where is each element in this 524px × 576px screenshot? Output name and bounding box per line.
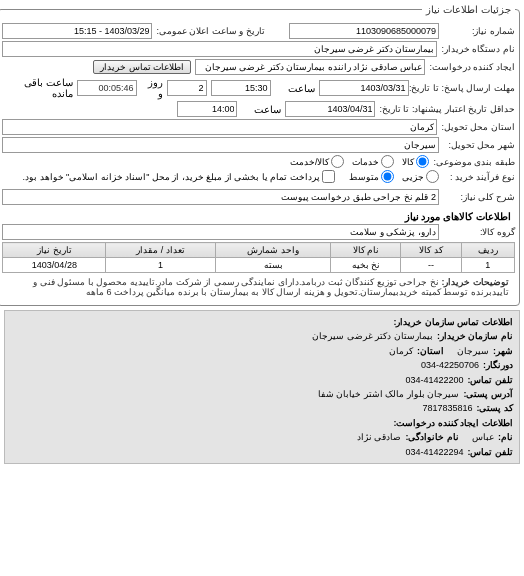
buyer-note-block: توضیحات خریدار: نخ جراحی توزیع کنندگان ث… [8, 277, 509, 297]
time-label-2: ساعت [241, 104, 281, 115]
day-label: روز و [141, 77, 163, 99]
contact-addr-label: آدرس پستی: [464, 387, 514, 401]
desc-input[interactable] [2, 189, 439, 205]
process-radio-group: جزیی متوسط [349, 170, 439, 183]
contact-name: عباس [472, 430, 494, 444]
contact-fax-label: دورنگار: [483, 358, 513, 372]
need-details-fieldset: جزئیات اطلاعات نیاز شماره نیاز: تاریخ و … [0, 4, 520, 306]
process-low-option[interactable]: جزیی [402, 170, 439, 183]
td-qty: 1 [106, 258, 216, 273]
goods-info-title: اطلاعات کالاهای مورد نیاز [6, 211, 511, 222]
goods-table: ردیف کد کالا نام کالا واحد شمارش تعداد /… [2, 242, 515, 273]
td-row: 1 [461, 258, 514, 273]
buyer-org-input[interactable] [2, 41, 437, 57]
city-input[interactable] [2, 137, 439, 153]
buyer-note-label: توضیحات خریدار: [442, 277, 510, 287]
contact-org-label: نام سازمان خریدار: [437, 329, 513, 343]
fieldset-legend: جزئیات اطلاعات نیاز [422, 4, 515, 15]
treasury-checkbox[interactable] [322, 170, 335, 183]
req-no-input[interactable] [289, 23, 439, 39]
contact-city: سیرجان [457, 344, 489, 358]
td-unit: بسته [215, 258, 331, 273]
creator-title: اطلاعات ایجاد کننده درخواست: [394, 416, 514, 430]
treasury-check-option[interactable]: پرداخت تمام یا بخشی از مبلغ خرید، از محل… [23, 170, 335, 183]
buyer-note-text: نخ جراحی توزیع کنندگان ثبت دربامد.دارای … [33, 277, 509, 297]
deadline-send-date-input[interactable] [319, 80, 409, 96]
contact-postal-label: کد پستی: [477, 401, 514, 415]
td-reqdate: 1403/04/28 [3, 258, 106, 273]
budget-both-option[interactable]: کالا/خدمت [290, 155, 345, 168]
creator-input[interactable] [195, 59, 425, 75]
budget-radio-group: کالا خدمات کالا/خدمت [290, 155, 430, 168]
td-code: -- [401, 258, 461, 273]
buyer-org-label: نام دستگاه خریدار: [441, 44, 515, 54]
deadline-send-label: مهلت ارسال پاسخ: تا تاریخ: [413, 83, 515, 93]
buyer-contact-info: اطلاعات تماس سازمان خریدار: نام سازمان خ… [4, 310, 520, 464]
th-unit: واحد شمارش [215, 243, 331, 258]
announce-date-label: تاریخ و ساعت اعلان عمومی: [156, 26, 265, 36]
city-label: شهر محل تحویل: [443, 140, 515, 150]
remain-time-input [77, 80, 137, 96]
process-mid-option[interactable]: متوسط [349, 170, 394, 183]
desc-label: شرح کلی نیاز: [443, 192, 515, 202]
validity-date-input[interactable] [285, 101, 375, 117]
contact-lastname: صادقی نژاد [357, 430, 402, 444]
process-label: نوع فرآیند خرید : [443, 172, 515, 182]
contact-city-label: شهر: [493, 344, 513, 358]
budget-kala-option[interactable]: کالا [402, 155, 429, 168]
budget-khadamat-option[interactable]: خدمات [352, 155, 394, 168]
remain-days-input [167, 80, 207, 96]
province-input[interactable] [2, 119, 437, 135]
buyer-contact-button[interactable]: اطلاعات تماس خریدار [93, 60, 191, 74]
time-label-1: ساعت [275, 83, 315, 94]
contact-postal: 7817835816 [422, 401, 472, 415]
th-row: ردیف [461, 243, 514, 258]
table-header-row: ردیف کد کالا نام کالا واحد شمارش تعداد /… [3, 243, 515, 258]
contact-cphone: 034-41422294 [405, 445, 463, 459]
announce-date-input[interactable] [2, 23, 152, 39]
contact-fax: 034-42250706 [421, 358, 479, 372]
process-mid-radio[interactable] [381, 170, 394, 183]
req-no-label: شماره نیاز: [443, 26, 515, 36]
budget-both-radio[interactable] [331, 155, 344, 168]
contact-phone: 034-41422200 [405, 373, 463, 387]
td-name: نخ بخیه [331, 258, 401, 273]
goods-group-label: گروه کالا: [443, 227, 515, 237]
contact-province-label: استان: [417, 344, 444, 358]
th-code: کد کالا [401, 243, 461, 258]
province-label: استان محل تحویل: [441, 122, 515, 132]
deadline-send-time-input[interactable] [211, 80, 271, 96]
th-reqdate: تاریخ نیاز [3, 243, 106, 258]
contact-lastname-label: نام خانوادگی: [405, 430, 459, 444]
process-low-radio[interactable] [426, 170, 439, 183]
table-row[interactable]: 1 -- نخ بخیه بسته 1 1403/04/28 [3, 258, 515, 273]
contact-cphone-label: تلفن تماس: [468, 445, 514, 459]
goods-group-input[interactable] [2, 224, 439, 240]
contact-addr: سیرجان بلوار مالک اشتر خیابان شفا [318, 387, 460, 401]
creator-label: ایجاد کننده درخواست: [429, 62, 515, 72]
contact-org: بیمارستان دکتر غرضی سیرجان [312, 329, 433, 343]
contact-province: کرمان [389, 344, 413, 358]
contact-phone-label: تلفن تماس: [468, 373, 514, 387]
budget-label: طبقه بندی موضوعی: [433, 157, 515, 167]
contact-name-label: نام: [498, 430, 513, 444]
remain-label: ساعت باقی مانده [3, 77, 73, 99]
th-name: نام کالا [331, 243, 401, 258]
budget-khadamat-radio[interactable] [381, 155, 394, 168]
th-qty: تعداد / مقدار [106, 243, 216, 258]
validity-time-input[interactable] [177, 101, 237, 117]
contact-title: اطلاعات تماس سازمان خریدار: [394, 315, 514, 329]
validity-label: حداقل تاریخ اعتبار پیشنهاد: تا تاریخ: [379, 104, 515, 114]
budget-kala-radio[interactable] [416, 155, 429, 168]
